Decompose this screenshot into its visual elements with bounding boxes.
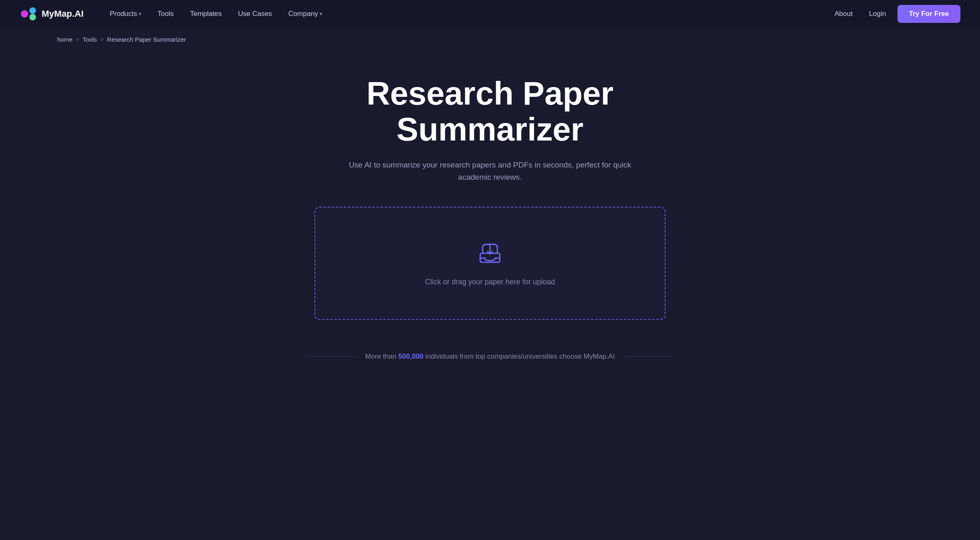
social-proof: More than 500,000 individuals from top c… bbox=[306, 353, 674, 361]
logo-icon bbox=[20, 5, 38, 23]
nav-company[interactable]: Company ▾ bbox=[282, 7, 329, 21]
social-proof-line-right bbox=[625, 356, 674, 357]
upload-icon bbox=[477, 240, 503, 268]
breadcrumb: home > Tools > Research Paper Summarizer bbox=[0, 28, 980, 51]
svg-point-1 bbox=[29, 7, 36, 14]
nav-links: Products ▾ Tools Templates Use Cases Com… bbox=[103, 7, 830, 21]
nav-login[interactable]: Login bbox=[864, 7, 891, 21]
breadcrumb-sep-1: > bbox=[76, 36, 80, 43]
logo-text: MyMap.AI bbox=[42, 9, 84, 19]
nav-use-cases[interactable]: Use Cases bbox=[232, 7, 278, 21]
try-free-button[interactable]: Try For Free bbox=[898, 5, 960, 23]
navbar: MyMap.AI Products ▾ Tools Templates Use … bbox=[0, 0, 980, 28]
logo-link[interactable]: MyMap.AI bbox=[20, 5, 84, 23]
social-proof-line-left bbox=[306, 356, 355, 357]
company-chevron-icon: ▾ bbox=[320, 11, 322, 17]
breadcrumb-sep-2: > bbox=[100, 36, 104, 43]
nav-tools[interactable]: Tools bbox=[151, 7, 180, 21]
page-title: Research Paper Summarizer bbox=[306, 76, 674, 147]
breadcrumb-current: Research Paper Summarizer bbox=[107, 36, 186, 43]
upload-text: Click or drag your paper here for upload bbox=[425, 278, 555, 286]
nav-right: About Login Try For Free bbox=[830, 5, 960, 23]
svg-point-0 bbox=[21, 10, 28, 18]
svg-point-2 bbox=[29, 14, 36, 20]
products-chevron-icon: ▾ bbox=[139, 11, 141, 17]
nav-templates[interactable]: Templates bbox=[183, 7, 228, 21]
social-proof-count: 500,000 bbox=[399, 353, 423, 360]
page-subtitle: Use AI to summarize your research papers… bbox=[347, 159, 633, 184]
upload-area[interactable]: Click or drag your paper here for upload bbox=[314, 207, 666, 320]
main-content: Research Paper Summarizer Use AI to summ… bbox=[0, 51, 980, 393]
nav-products[interactable]: Products ▾ bbox=[103, 7, 148, 21]
social-proof-prefix: More than bbox=[365, 353, 398, 360]
breadcrumb-home[interactable]: home bbox=[57, 36, 73, 43]
social-proof-suffix: individuals from top companies/universit… bbox=[423, 353, 615, 360]
breadcrumb-tools[interactable]: Tools bbox=[82, 36, 97, 43]
nav-about[interactable]: About bbox=[830, 7, 858, 21]
social-proof-text: More than 500,000 individuals from top c… bbox=[365, 353, 615, 361]
